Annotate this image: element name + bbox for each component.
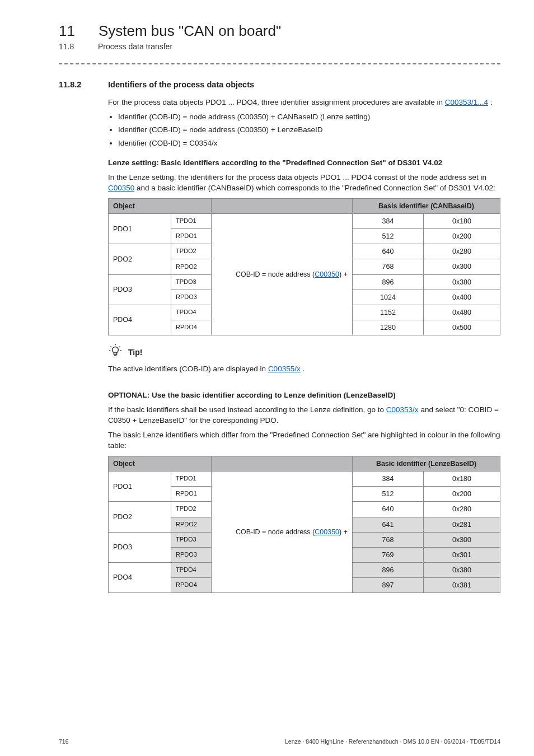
cell-decimal: 384 [353,214,424,229]
th-basic: Basic identifier (LenzeBaseID) [353,456,500,472]
cell-hex: 0x400 [424,290,500,305]
cell-decimal: 1152 [353,305,424,320]
cell-subobject: RPDO2 [171,259,212,274]
table-lenzebaseid: Object Basic identifier (LenzeBaseID) PD… [108,456,500,593]
cell-decimal: 896 [353,562,424,577]
svg-line-1 [110,346,111,347]
cell-object: PDO3 [109,274,171,305]
link-c00350[interactable]: C00350 [108,184,134,192]
svg-rect-6 [114,353,116,354]
cell-subobject: TPDO1 [171,472,212,487]
cell-decimal: 641 [353,517,424,532]
tip-row: Tip! [108,343,500,361]
cell-subobject: RPDO3 [171,547,212,562]
cell-subobject: TPDO4 [171,305,212,320]
th-empty [212,198,353,213]
cell-object: PDO1 [109,472,171,502]
th-object: Object [109,456,212,472]
optional-p1: If the basic identifiers shall be used i… [108,404,500,426]
text: and a basic identifier (CANBaseID) which… [137,184,495,192]
optional-subhead: OPTIONAL: Use the basic identifier accor… [108,390,500,401]
cell-hex: 0x380 [424,562,500,577]
table-canbaseid: Object Basis identifier (CANBaseID) PDO1… [108,198,500,335]
link-c00350[interactable]: C00350 [315,270,339,278]
chapter-line: 11 System bus "CAN on board" [59,22,500,40]
bullet-item: Identifier (COB-ID) = node address (C003… [118,111,500,123]
cell-subobject: RPDO3 [171,290,212,305]
cell-decimal: 1280 [353,320,424,335]
cell-formula: COB-ID = node address (C00350) + [212,214,353,335]
footer: 716 Lenze · 8400 HighLine · Referenzhand… [59,738,500,745]
text: . [302,365,305,373]
svg-point-5 [113,347,119,353]
link-c00350[interactable]: C00350 [315,528,339,536]
page-number: 716 [59,738,69,745]
cell-subobject: RPDO4 [171,578,212,593]
cell-decimal: 640 [353,244,424,259]
cell-subobject: RPDO1 [171,487,212,502]
lenze-subhead: Lenze setting: Basic identifiers accordi… [108,157,500,169]
cell-object: PDO1 [109,214,171,244]
cell-decimal: 1024 [353,290,424,305]
cell-decimal: 896 [353,274,424,290]
text: For the process data objects PDO1 ... PD… [108,98,445,106]
section-title: Process data transfer [98,42,172,51]
cell-hex: 0x200 [424,487,500,502]
cell-subobject: RPDO4 [171,320,212,335]
divider [59,63,500,64]
cell-subobject: TPDO2 [171,502,212,517]
cell-object: PDO3 [109,532,171,562]
cell-subobject: TPDO2 [171,244,212,259]
table-row: PDO1TPDO1COB-ID = node address (C00350) … [109,472,500,487]
svg-line-2 [119,346,120,347]
cell-decimal: 512 [353,487,424,502]
cell-decimal: 384 [353,472,424,487]
page: 11 System bus "CAN on board" 11.8 Proces… [0,0,534,756]
section-line: 11.8 Process data transfer [59,42,500,51]
table-row: PDO1TPDO1COB-ID = node address (C00350) … [109,214,500,229]
cell-hex: 0x500 [424,320,500,335]
tip-text: The active identifiers (COB-ID) are disp… [108,363,500,375]
chapter-number: 11 [59,22,75,40]
cell-hex: 0x180 [424,472,500,487]
cell-object: PDO2 [109,502,171,532]
cell-hex: 0x381 [424,578,500,593]
intro-paragraph: For the process data objects PDO1 ... PD… [108,97,500,108]
cell-hex: 0x280 [424,244,500,259]
cell-subobject: TPDO4 [171,562,212,577]
lenze-paragraph: In the Lenze setting, the identifiers fo… [108,172,500,194]
th-object: Object [109,198,212,213]
cell-hex: 0x280 [424,502,500,517]
text: If the basic identifiers shall be used i… [108,405,386,414]
cell-subobject: TPDO3 [171,274,212,290]
cell-hex: 0x300 [424,259,500,274]
lightbulb-icon [108,343,123,361]
section-number: 11.8 [59,42,74,51]
cell-object: PDO4 [109,562,171,592]
text: In the Lenze setting, the identifiers fo… [108,173,486,181]
cell-subobject: TPDO1 [171,214,212,229]
cell-decimal: 769 [353,547,424,562]
cell-subobject: RPDO1 [171,229,212,244]
link-c00353[interactable]: C00353/1...4 [445,98,488,106]
tip-label: Tip! [128,347,142,358]
cell-object: PDO2 [109,244,171,274]
cell-decimal: 768 [353,259,424,274]
cell-hex: 0x200 [424,229,500,244]
th-basis: Basis identifier (CANBaseID) [353,198,500,213]
text: The active identifiers (COB-ID) are disp… [108,365,268,373]
text: : [490,98,493,106]
link-c00353x[interactable]: C00353/x [386,405,419,414]
optional-p2: The basic Lenze identifiers which differ… [108,430,500,451]
cell-hex: 0x180 [424,214,500,229]
cell-hex: 0x300 [424,532,500,547]
subsection-title: Identifiers of the process data objects [108,80,254,89]
link-c00355x[interactable]: C00355/x [268,365,301,373]
cell-decimal: 897 [353,578,424,593]
bullet-list: Identifier (COB-ID) = node address (C003… [108,111,500,149]
body: For the process data objects PDO1 ... PD… [108,97,500,593]
cell-subobject: TPDO3 [171,532,212,547]
th-empty [212,456,353,472]
cell-subobject: RPDO2 [171,517,212,532]
cell-object: PDO4 [109,305,171,335]
